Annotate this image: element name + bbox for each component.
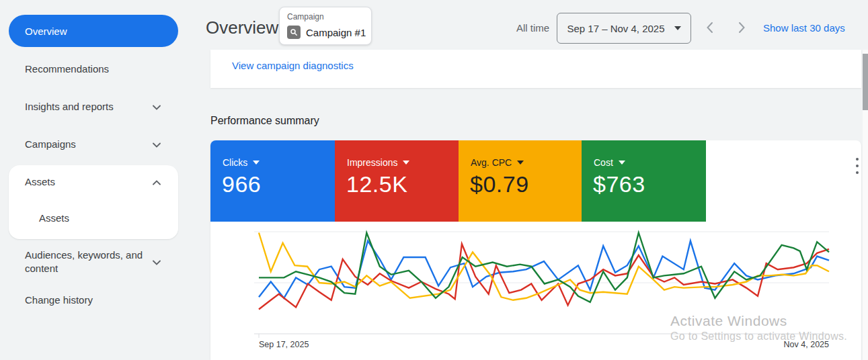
metric-label: Clicks <box>223 157 247 168</box>
date-range-picker[interactable]: Sep 17 – Nov 4, 2025 <box>557 13 691 44</box>
metric-value: 12.5K <box>346 171 407 197</box>
metric-selector[interactable]: Cost <box>594 157 625 168</box>
metric-selector[interactable]: Avg. CPC <box>471 157 524 168</box>
sidebar-item-label: Assets <box>39 212 69 224</box>
dropdown-caret-icon <box>517 161 524 165</box>
date-next-button[interactable] <box>733 20 750 38</box>
metric-selector[interactable]: Clicks <box>223 157 260 168</box>
windows-activation-watermark-subtext: Go to Settings to activate Windows. <box>670 330 847 343</box>
metric-tile-avg-cpc[interactable]: Avg. CPC $0.79 <box>459 140 582 222</box>
section-title: Performance summary <box>210 115 319 127</box>
chevron-down-icon <box>153 101 161 112</box>
sidebar: Overview Recommendations Insights and re… <box>0 0 195 360</box>
date-prev-button[interactable] <box>701 20 718 38</box>
sidebar-item-label: Overview <box>25 26 67 37</box>
metric-tile-cost[interactable]: Cost $763 <box>582 140 706 222</box>
chevron-up-icon <box>153 176 161 187</box>
metric-value: $0.79 <box>470 171 529 197</box>
dropdown-caret-icon <box>619 161 625 165</box>
sidebar-item-audiences-keywords-content[interactable]: Audiences, keywords, and content <box>25 249 161 275</box>
chevron-left-icon <box>706 21 713 36</box>
time-range-label: All time <box>516 22 549 34</box>
date-range-value: Sep 17 – Nov 4, 2025 <box>567 23 664 34</box>
sidebar-item-assets[interactable]: Assets <box>25 176 161 187</box>
sidebar-item-label: Audiences, keywords, and content <box>25 249 145 275</box>
sidebar-item-label: Insights and reports <box>25 101 114 112</box>
scrollbar-thumb[interactable] <box>863 54 868 110</box>
campaign-selector[interactable]: Campaign Campaign #1 <box>279 7 372 45</box>
show-last-30-days-link[interactable]: Show last 30 days <box>763 22 845 34</box>
metric-selector[interactable]: Impressions <box>347 157 409 168</box>
magnifier-icon <box>287 26 301 39</box>
sidebar-item-label: Assets <box>25 176 55 187</box>
sidebar-item-change-history[interactable]: Change history <box>25 294 161 306</box>
sidebar-item-campaigns[interactable]: Campaigns <box>25 138 161 150</box>
chart-line-impressions <box>259 244 829 309</box>
kebab-menu-icon[interactable] <box>851 156 863 175</box>
sidebar-item-label: Campaigns <box>25 138 76 150</box>
sidebar-item-assets-sub[interactable]: Assets <box>39 212 69 224</box>
x-axis-start-label: Sep 17, 2025 <box>259 340 309 349</box>
sidebar-group-assets: Assets Assets <box>9 165 178 239</box>
view-campaign-diagnostics-link[interactable]: View campaign diagnostics <box>232 60 354 71</box>
windows-activation-watermark: Activate Windows <box>670 313 787 329</box>
metric-value: 966 <box>222 171 261 197</box>
sidebar-item-recommendations[interactable]: Recommendations <box>25 63 161 75</box>
sidebar-item-label: Change history <box>25 294 93 306</box>
sidebar-item-label: Recommendations <box>25 63 109 75</box>
metric-value: $763 <box>593 171 645 197</box>
dropdown-caret-icon <box>674 26 681 30</box>
chart-line-avg-cpc <box>259 233 829 300</box>
page-title: Overview <box>206 17 278 38</box>
chevron-down-icon <box>153 138 161 150</box>
diagnostics-band: View campaign diagnostics <box>210 50 861 88</box>
sidebar-item-overview[interactable]: Overview <box>9 15 178 47</box>
chevron-right-icon <box>738 21 746 36</box>
metric-label: Cost <box>594 157 613 168</box>
dropdown-caret-icon <box>403 161 409 165</box>
chevron-down-icon <box>153 255 161 269</box>
campaign-selector-value: Campaign #1 <box>306 27 366 38</box>
dropdown-caret-icon <box>253 161 260 165</box>
metric-label: Avg. CPC <box>471 157 512 168</box>
chart-line-clicks <box>259 241 829 298</box>
sidebar-item-insights-and-reports[interactable]: Insights and reports <box>25 101 161 112</box>
app-root: Overview Recommendations Insights and re… <box>0 0 868 360</box>
metric-tile-impressions[interactable]: Impressions 12.5K <box>335 140 459 222</box>
metric-label: Impressions <box>347 157 397 168</box>
campaign-selector-label: Campaign <box>287 12 324 21</box>
metric-tile-clicks[interactable]: Clicks 966 <box>210 140 335 222</box>
